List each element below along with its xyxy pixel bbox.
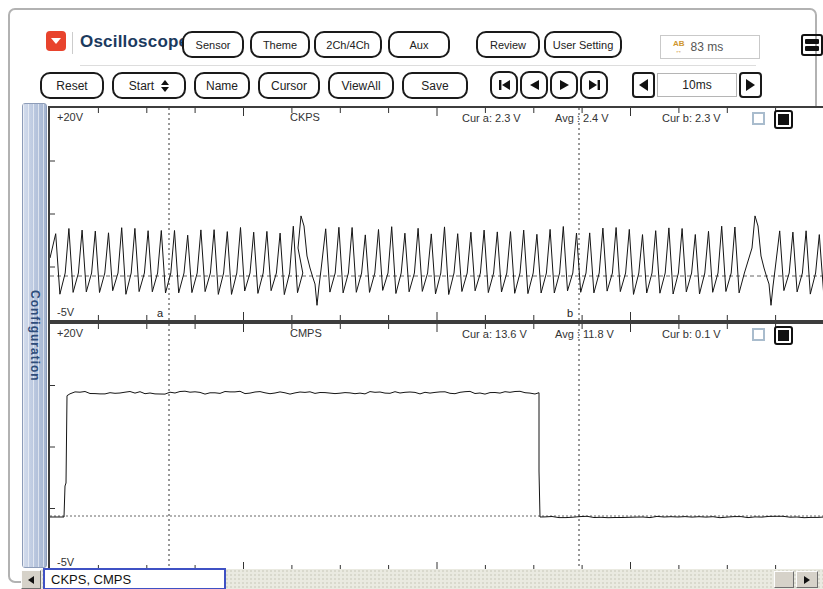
ckps-waveform-plot[interactable] [50,108,823,320]
scroll-left-icon [28,576,34,584]
stepper-up-icon [161,80,169,85]
cursor-a-label[interactable]: a [157,307,163,319]
sensor-button-label: Sensor [196,39,231,51]
cursor-time-value: 83 ms [691,40,724,54]
toolbar-divider [80,65,756,66]
theme-button-label: Theme [263,39,297,51]
app-menu-icon[interactable] [46,31,66,51]
cmps-cursor-b-value: Cur b: 0.1 V [662,328,721,340]
cmps-checkbox[interactable] [752,328,765,341]
name-button[interactable]: Name [194,72,250,99]
configuration-tab-label: Configuration [28,290,42,382]
menu-bar-bottom [805,46,819,51]
cursor-ab-time-icon: AB↔ [673,40,685,54]
cmps-cursor-a-value: Cur a: 13.6 V [462,328,527,340]
cmps-vmin-label: -5V [57,556,74,568]
cmps-channel-button[interactable] [774,326,793,345]
page-title: Oscilloscope [80,32,188,52]
viewall-button[interactable]: ViewAll [328,72,394,99]
aux-button-label: Aux [410,39,429,51]
channel-ckps-panel: +20V CKPS Cur a: 2.3 V Avg : 2.4 V Cur b… [48,106,823,322]
scrollbar-thumb[interactable] [774,571,794,588]
cmps-avg-value: Avg : 11.8 V [555,328,614,340]
ckps-avg-value: Avg : 2.4 V [555,112,609,124]
step-back-icon [529,79,540,91]
start-stepper-icon[interactable] [161,80,169,92]
app-window: Oscilloscope Sensor Theme 2Ch/4Ch Aux Re… [8,8,817,583]
ckps-checkbox[interactable] [752,112,765,125]
status-channels-text: CKPS, CMPS [51,572,131,587]
reset-button-label: Reset [56,79,87,93]
channel-cmps-panel: +20V CMPS Cur a: 13.6 V Avg : 11.8 V Cur… [48,322,823,572]
ckps-vmax-label: +20V [57,111,83,123]
ckps-cursor-b-value: Cur b: 2.3 V [662,112,721,124]
review-button[interactable]: Review [476,31,540,58]
start-button[interactable]: Start [112,72,186,99]
cmps-vmax-label: +20V [57,327,83,339]
channel-mode-button[interactable]: 2Ch/4Ch [314,31,382,58]
user-setting-button[interactable]: User Setting [544,31,622,58]
cmps-waveform-plot[interactable] [50,324,823,570]
ckps-name-label: CKPS [290,111,320,123]
step-forward-button[interactable] [550,71,578,99]
aux-button[interactable]: Aux [388,31,450,58]
reset-button[interactable]: Reset [40,72,104,99]
list-menu-icon[interactable] [801,34,823,56]
cursor-b-label[interactable]: b [567,307,573,319]
theme-button[interactable]: Theme [250,31,310,58]
cursor-time-display: AB↔ 83 ms [660,35,760,59]
ckps-cursor-a-value: Cur a: 2.3 V [462,112,521,124]
channel-mode-button-label: 2Ch/4Ch [326,39,369,51]
skip-start-icon [498,79,511,91]
viewall-button-label: ViewAll [341,79,380,93]
timebase-decrease-icon [638,78,649,92]
skip-start-button[interactable] [490,71,518,99]
scroll-right-icon [804,576,810,584]
configuration-tab[interactable]: Configuration [22,103,47,568]
ckps-channel-button[interactable] [774,110,793,129]
user-setting-button-label: User Setting [553,39,614,51]
timebase-value: 10ms [657,73,737,97]
status-channels-label: CKPS, CMPS [43,568,226,589]
skip-end-icon [588,79,601,91]
save-button[interactable]: Save [402,72,468,99]
scroll-left-button[interactable] [21,570,41,589]
review-button-label: Review [490,39,526,51]
cursor-button-label: Cursor [271,79,307,93]
step-forward-icon [559,79,570,91]
dropdown-caret-icon [51,38,61,44]
start-button-label: Start [129,79,154,93]
menu-bar-top [805,39,819,44]
name-button-label: Name [206,79,238,93]
cmps-name-label: CMPS [290,327,322,339]
cursor-button[interactable]: Cursor [258,72,320,99]
step-back-button[interactable] [520,71,548,99]
ckps-vmin-label: -5V [57,306,74,318]
cmps-channel-button-fill [778,330,789,341]
stepper-down-icon [161,87,169,92]
scroll-right-button[interactable] [796,571,818,588]
sensor-button[interactable]: Sensor [182,31,244,58]
timebase-increase-icon [745,78,756,92]
timebase-increase-button[interactable] [739,72,762,98]
title-divider [72,32,73,54]
save-button-label: Save [421,79,448,93]
skip-end-button[interactable] [580,71,608,99]
oscilloscope-app: Oscilloscope Sensor Theme 2Ch/4Ch Aux Re… [0,0,823,589]
ckps-channel-button-fill [778,114,789,125]
timebase-decrease-button[interactable] [632,72,655,98]
